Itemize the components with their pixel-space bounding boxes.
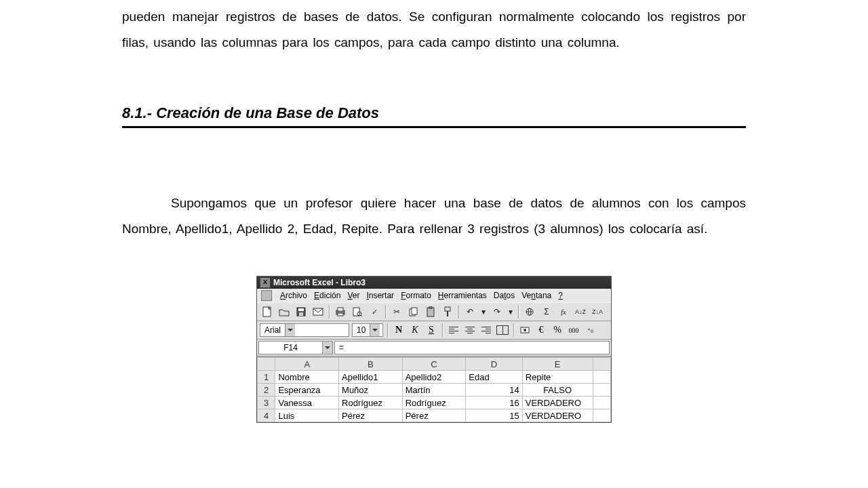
percent-button[interactable]: % xyxy=(551,323,564,337)
function-icon[interactable]: fx xyxy=(556,304,571,319)
col-header[interactable]: E xyxy=(522,358,593,371)
undo-dropdown-icon[interactable]: ▾ xyxy=(479,304,488,319)
sort-asc-icon[interactable]: A↓Z xyxy=(573,304,588,319)
excel-titlebar: X Microsoft Excel - Libro3 xyxy=(257,277,611,289)
redo-dropdown-icon[interactable]: ▾ xyxy=(507,304,515,319)
merge-cells-icon[interactable] xyxy=(496,323,509,337)
cell[interactable]: Pérez xyxy=(402,409,466,422)
chevron-down-icon[interactable] xyxy=(285,324,295,336)
col-header[interactable]: B xyxy=(339,358,403,371)
svg-rect-14 xyxy=(429,306,432,308)
cell[interactable]: Luis xyxy=(275,409,339,422)
save-icon[interactable] xyxy=(294,304,309,319)
sort-desc-icon[interactable]: Z↓A xyxy=(590,304,605,319)
bold-button[interactable]: N xyxy=(392,323,406,337)
svg-line-10 xyxy=(361,315,362,317)
mail-icon[interactable] xyxy=(311,304,326,319)
chevron-down-icon[interactable] xyxy=(322,342,332,354)
chevron-down-icon[interactable] xyxy=(370,324,380,336)
cell[interactable] xyxy=(593,396,611,409)
column-header-row: A B C D E xyxy=(258,358,611,371)
format-painter-icon[interactable] xyxy=(440,304,455,319)
cell[interactable]: Rodríguez xyxy=(339,396,403,409)
font-combo[interactable]: Arial xyxy=(260,323,349,337)
menu-archivo[interactable]: Archivo xyxy=(280,291,307,300)
col-header[interactable]: D xyxy=(466,358,522,371)
cell[interactable] xyxy=(593,409,611,422)
svg-point-21 xyxy=(524,329,526,331)
menu-datos[interactable]: Datos xyxy=(494,291,515,300)
autosum-icon[interactable]: Σ xyxy=(539,304,554,319)
cell[interactable]: Apellido2 xyxy=(402,371,466,384)
underline-button[interactable]: S xyxy=(425,323,438,337)
new-icon[interactable] xyxy=(260,304,275,319)
table-row: 4LuisPérezPérez15VERDADERO xyxy=(258,409,611,422)
menu-ventana[interactable]: Ventana xyxy=(521,291,551,300)
svg-rect-2 xyxy=(298,308,304,311)
font-size-combo[interactable]: 10 xyxy=(352,323,383,337)
menu-ayuda[interactable]: ? xyxy=(558,291,563,300)
align-center-icon[interactable] xyxy=(463,323,477,337)
table-row: 3VanessaRodríguezRodríguez16VERDADERO xyxy=(258,396,611,409)
currency-icon[interactable] xyxy=(518,323,532,337)
row-header[interactable]: 3 xyxy=(258,396,275,409)
thousands-button[interactable]: 000 xyxy=(567,323,580,337)
col-header[interactable]: A xyxy=(275,358,339,371)
hyperlink-icon[interactable] xyxy=(522,304,537,319)
table-row: 1NombreApellido1Apellido2EdadRepite xyxy=(258,371,611,384)
cell[interactable]: VERDADERO xyxy=(522,396,593,409)
cell[interactable]: Martín xyxy=(402,384,466,396)
formula-input[interactable]: = xyxy=(334,341,610,354)
cell[interactable]: VERDADERO xyxy=(522,409,593,422)
italic-button[interactable]: K xyxy=(408,323,422,337)
euro-button[interactable]: € xyxy=(534,323,548,337)
cell[interactable]: 16 xyxy=(466,396,522,409)
menu-ver[interactable]: Ver xyxy=(347,291,359,300)
section-heading: 8.1.- Creación de una Base de Datos xyxy=(122,104,746,128)
print-icon[interactable] xyxy=(333,304,348,319)
svg-rect-13 xyxy=(427,308,434,317)
workbook-icon xyxy=(261,290,272,301)
open-icon[interactable] xyxy=(277,304,292,319)
row-header[interactable]: 4 xyxy=(258,409,275,422)
excel-grid: A B C D E 1NombreApellido1Apellido2EdadR… xyxy=(257,357,611,422)
body-paragraph: Supongamos que un profesor quiere hacer … xyxy=(122,190,746,242)
excel-menubar: Archivo Edición Ver Insertar Formato Her… xyxy=(257,289,611,302)
cell[interactable]: Pérez xyxy=(339,409,403,422)
cell[interactable]: Apellido1 xyxy=(339,371,403,384)
increase-decimal-icon[interactable]: ⁺₀ xyxy=(583,323,597,337)
col-header[interactable]: C xyxy=(402,358,466,371)
align-right-icon[interactable] xyxy=(479,323,493,337)
redo-icon[interactable]: ↷ xyxy=(490,304,505,319)
cell[interactable]: Nombre xyxy=(275,371,339,384)
cell[interactable] xyxy=(593,384,611,396)
menu-insertar[interactable]: Insertar xyxy=(366,291,394,300)
cut-icon[interactable]: ✂ xyxy=(389,304,404,319)
col-header[interactable] xyxy=(593,358,611,371)
cell[interactable] xyxy=(593,371,611,384)
row-header[interactable]: 2 xyxy=(258,384,275,396)
cell[interactable]: Rodríguez xyxy=(402,396,466,409)
undo-icon[interactable]: ↶ xyxy=(462,304,477,319)
name-box[interactable]: F14 xyxy=(258,341,333,354)
align-left-icon[interactable] xyxy=(447,323,460,337)
cell[interactable]: Esperanza xyxy=(275,384,339,396)
cell[interactable]: 14 xyxy=(466,384,522,396)
menu-edicion[interactable]: Edición xyxy=(314,291,340,300)
cell[interactable]: Repite xyxy=(522,371,593,384)
row-header[interactable]: 1 xyxy=(258,371,275,384)
copy-icon[interactable] xyxy=(406,304,421,319)
spellcheck-icon[interactable]: ✓ xyxy=(367,304,382,319)
svg-rect-15 xyxy=(445,307,450,311)
cell[interactable]: 15 xyxy=(466,409,522,422)
cell[interactable]: FALSO xyxy=(522,384,593,396)
paste-icon[interactable] xyxy=(423,304,438,319)
cell[interactable]: Vanessa xyxy=(275,396,339,409)
cell[interactable]: Muñoz xyxy=(339,384,403,396)
excel-logo-icon: X xyxy=(260,277,271,288)
print-preview-icon[interactable] xyxy=(350,304,365,319)
select-all-corner[interactable] xyxy=(258,358,275,371)
menu-herramientas[interactable]: Herramientas xyxy=(438,291,487,300)
cell[interactable]: Edad xyxy=(466,371,522,384)
menu-formato[interactable]: Formato xyxy=(401,291,431,300)
